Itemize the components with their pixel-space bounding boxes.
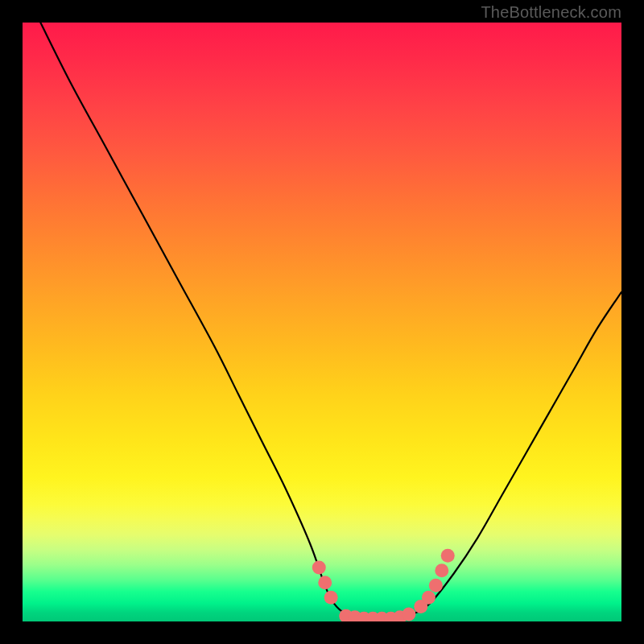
plot-area xyxy=(23,23,621,621)
highlight-dots xyxy=(312,549,455,621)
highlight-dot xyxy=(318,576,332,589)
curve-svg xyxy=(23,23,621,621)
bottleneck-curve xyxy=(40,23,621,619)
highlight-dot xyxy=(312,561,326,575)
highlight-dot xyxy=(402,608,415,621)
highlight-dot xyxy=(429,579,443,592)
highlight-dot xyxy=(435,564,448,577)
chart-frame: TheBottleneck.com xyxy=(0,0,644,644)
highlight-dot xyxy=(324,591,338,605)
watermark-text: TheBottleneck.com xyxy=(481,3,621,22)
highlight-dot xyxy=(441,549,455,563)
highlight-dot xyxy=(422,591,436,605)
